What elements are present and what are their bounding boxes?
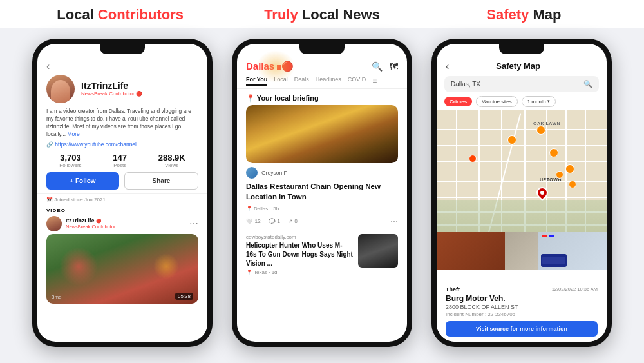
tab-deals[interactable]: Deals — [294, 76, 309, 86]
tab-covid[interactable]: COVID — [348, 76, 366, 86]
map-label-oaklawn: OAK LAWN — [533, 121, 560, 126]
map-pin-3[interactable] — [549, 148, 558, 157]
article-title[interactable]: Dallas Restaurant Chain Opening New Loca… — [237, 180, 407, 204]
secondary-title: Helicopter Hunter Who Uses M-16s To Gun … — [246, 241, 353, 268]
map-icon[interactable]: 🗺 — [389, 61, 398, 72]
tab-headlines[interactable]: Headlines — [316, 76, 341, 86]
map-pin-selected[interactable] — [536, 187, 549, 200]
title-safety: Safety Map — [423, 6, 625, 23]
comments-count[interactable]: 💬 1 — [269, 218, 280, 224]
video-age: 3mo — [52, 294, 62, 300]
incident-number: Incident Number : 22-2346706 — [446, 311, 598, 317]
secondary-meta: 📍 Texas · 1d — [246, 270, 353, 275]
posts-label: Posts — [113, 162, 127, 168]
title-contributors-highlight: Contributors — [98, 6, 184, 23]
main-article-image[interactable] — [246, 105, 398, 163]
title-safety-highlight: Safety — [486, 6, 529, 23]
map-photo-strip — [437, 232, 607, 270]
views-label: Views — [158, 162, 185, 168]
map-pin-1[interactable] — [536, 126, 545, 135]
map-search-bar[interactable]: Dallas, TX 🔍 — [444, 76, 599, 92]
secondary-article[interactable]: cowboystatedaily.com Helicopter Hunter W… — [237, 230, 407, 278]
profile-link[interactable]: 🔗 https://www.youtube.com/channel — [37, 140, 207, 150]
map-pin-2[interactable] — [507, 135, 516, 144]
incident-title: Burg Motor Veh. — [446, 294, 598, 303]
follow-button[interactable]: + Follow — [46, 172, 119, 190]
incident-card: Theft 12/02/2022 10:36 AM Burg Motor Veh… — [437, 282, 607, 342]
phone-notch-3 — [499, 44, 544, 54]
video-subtitle: NewsBreak Contributor — [66, 224, 189, 230]
map-pin-5[interactable] — [556, 171, 564, 179]
views-stat: 288.9K Views — [158, 153, 185, 168]
views-count: 288.9K — [158, 153, 185, 162]
title-contributors: Local Contributors — [19, 6, 221, 23]
contributor-badge: NewsBreak Contributor 🔴 — [81, 91, 142, 97]
incident-date: 12/02/2022 10:36 AM — [552, 286, 598, 292]
filter-vaccine[interactable]: Vaccine sites — [476, 96, 518, 107]
avatar — [46, 75, 75, 103]
map-back-button[interactable]: ‹ — [446, 61, 449, 72]
back-button[interactable]: ‹ — [46, 61, 50, 72]
secondary-source: cowboystatedaily.com — [246, 234, 353, 240]
phone-notch — [100, 44, 145, 54]
author-name: Greyson F — [261, 170, 287, 176]
author-avatar — [246, 167, 258, 179]
phone-safety: ‹ Safety Map Dallas, TX 🔍 Crimes Vaccine… — [431, 39, 612, 347]
video-avatar — [46, 216, 62, 231]
video-duration: 05:38 — [175, 293, 193, 300]
article-location: 📍 Dallas — [246, 206, 268, 211]
safety-map-title: Safety Map — [454, 61, 582, 71]
map-pin-4[interactable] — [565, 164, 574, 173]
followers-count: 3,703 — [59, 153, 81, 162]
phone-news: Dallas 🔴 🔍 🗺 For You Local Deals Headlin… — [232, 39, 412, 347]
incident-type: Theft — [446, 286, 460, 293]
map-pin-7[interactable] — [469, 155, 477, 162]
more-options-btn[interactable]: ⋯ — [390, 217, 398, 226]
search-icon[interactable]: 🔍 — [372, 61, 383, 72]
briefing-title: 📍 Your local briefing — [237, 89, 407, 105]
posts-count: 147 — [113, 153, 127, 162]
posts-stat: 147 Posts — [113, 153, 127, 168]
incident-address: 2800 BLOCK OF ALLEN ST — [446, 304, 598, 310]
likes-count[interactable]: 🤍 12 — [246, 218, 261, 224]
map-area: OAK LAWN UPTOWN — [437, 110, 607, 282]
share-button[interactable]: Share — [124, 172, 198, 190]
visit-source-button[interactable]: Visit source for more information — [446, 321, 598, 337]
video-section-label: VIDEO — [37, 205, 207, 215]
joined-date: 📅 Joined since Jun 2021 — [37, 193, 207, 205]
article-time: 5h — [273, 206, 279, 211]
map-search-icon: 🔍 — [583, 80, 592, 88]
filter-period[interactable]: 1 month ▾ — [522, 96, 556, 107]
shares-count[interactable]: ↗ 8 — [288, 218, 298, 224]
more-options-icon[interactable]: ⋯ — [189, 219, 198, 229]
phone-contributors: ‹ ItzTrinzLife NewsBreak Contributor 🔴 I… — [32, 39, 213, 347]
title-news-highlight: Truly — [264, 6, 298, 23]
video-username: ItzTrinzLife 🔴 — [66, 217, 189, 224]
video-thumbnail[interactable]: 05:38 3mo — [46, 234, 198, 304]
secondary-image — [358, 234, 398, 268]
followers-label: Followers — [59, 162, 81, 168]
tab-menu[interactable]: ≡ — [372, 76, 377, 86]
username: ItzTrinzLife — [81, 81, 142, 91]
map-search-text: Dallas, TX — [451, 81, 580, 88]
bio-text: I am a video creator from Dallas. Travel… — [37, 106, 207, 140]
filter-crimes[interactable]: Crimes — [444, 97, 472, 106]
map-pin-6[interactable] — [569, 181, 576, 188]
phone-notch-2 — [299, 44, 345, 54]
title-news: Truly Local News — [221, 6, 422, 23]
followers-stat: 3,703 Followers — [59, 153, 81, 168]
